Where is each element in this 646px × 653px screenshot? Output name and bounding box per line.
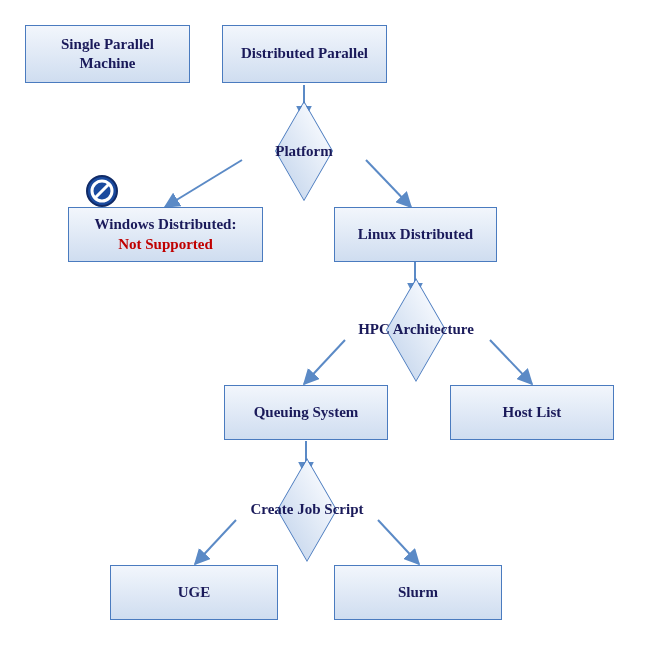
node-host-list: Host List	[450, 385, 614, 440]
diamond-label: Platform	[275, 143, 332, 160]
diamond-label: HPC Architecture	[358, 321, 474, 338]
node-label: Linux Distributed	[358, 225, 473, 245]
node-label-not-supported: Not Supported	[118, 235, 213, 255]
node-distributed-parallel: Distributed Parallel	[222, 25, 387, 83]
node-uge: UGE	[110, 565, 278, 620]
node-queuing-system: Queuing System	[224, 385, 388, 440]
node-label: Single Parallel Machine	[32, 35, 183, 74]
node-linux-distributed: Linux Distributed	[334, 207, 497, 262]
node-single-parallel-machine: Single Parallel Machine	[25, 25, 190, 83]
node-label: UGE	[178, 583, 211, 603]
node-windows-distributed: Windows Distributed: Not Supported	[68, 207, 263, 262]
node-label: Host List	[503, 403, 562, 423]
connector-layer	[0, 0, 646, 653]
node-label: Slurm	[398, 583, 438, 603]
node-slurm: Slurm	[334, 565, 502, 620]
decision-hpc-architecture: HPC Architecture	[330, 292, 502, 366]
diamond-label: Create Job Script	[250, 501, 363, 518]
svg-line-1	[165, 160, 242, 207]
node-label: Distributed Parallel	[241, 44, 368, 64]
prohibit-icon	[85, 174, 119, 208]
decision-create-job-script: Create Job Script	[221, 472, 393, 546]
svg-line-2	[366, 160, 411, 207]
node-label-line1: Windows Distributed:	[95, 215, 237, 235]
node-label: Queuing System	[254, 403, 359, 423]
decision-platform: Platform	[259, 116, 349, 186]
